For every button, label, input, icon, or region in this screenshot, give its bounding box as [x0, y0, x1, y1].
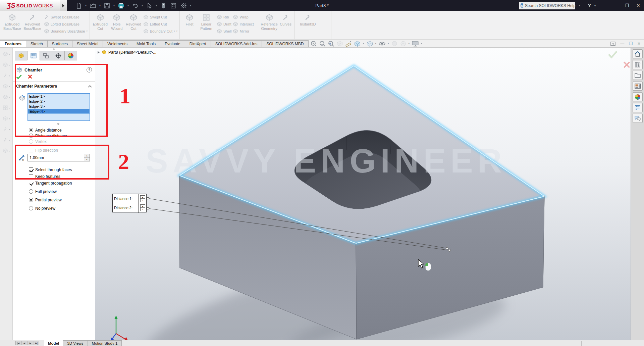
search-caret[interactable]: ▾	[579, 4, 580, 7]
revolved-cut-button[interactable]: Revolved Cut	[125, 12, 142, 31]
boundary-cut-button[interactable]: Boundary Cut▾▾	[143, 28, 177, 34]
minimize-button[interactable]: —	[610, 0, 621, 11]
collapse-chevron-icon[interactable]	[88, 85, 92, 88]
tab-evaluate[interactable]: Evaluate	[160, 40, 185, 47]
undo-caret[interactable]: ▾	[142, 4, 143, 7]
restore-button[interactable]: ❐	[621, 0, 633, 11]
open-button[interactable]	[89, 2, 97, 10]
left-tool-button[interactable]: ▾	[1, 114, 12, 123]
apply-scene-icon[interactable]	[400, 40, 407, 47]
doc-close-button[interactable]: ✕	[637, 41, 641, 46]
edge-list-item[interactable]: Edge<2>	[28, 99, 90, 104]
wrap-button[interactable]: Wrap	[233, 14, 254, 20]
edge-list-item[interactable]: Edge<3>	[28, 104, 90, 109]
graphics-viewport[interactable]: SAVVY ENGINEER	[95, 48, 631, 340]
confirmation-cancel-icon[interactable]: ✕	[623, 59, 631, 71]
edge-list-item[interactable]: Edge<1>	[28, 94, 90, 99]
left-tool-button[interactable]: ▾	[1, 93, 12, 101]
save-caret[interactable]: ▾	[113, 4, 115, 7]
radio-full-preview[interactable]: Full preview	[29, 189, 57, 194]
intersect-button[interactable]: Intersect	[233, 21, 254, 27]
left-tool-button[interactable]: ▾	[1, 60, 12, 69]
tab-mold-tools[interactable]: Mold Tools	[132, 40, 160, 47]
boundary-cut-caret2[interactable]: ▾	[176, 30, 177, 33]
display-style-caret[interactable]: ▾	[375, 42, 377, 45]
tab-propertymanager[interactable]	[27, 51, 40, 60]
tab-dimxpertmanager[interactable]	[52, 51, 65, 60]
ok-check-button[interactable]	[16, 75, 22, 79]
shell-button[interactable]: Shell	[217, 28, 231, 34]
radio-partial-preview[interactable]: Partial preview	[29, 197, 62, 202]
doc-minimize-button[interactable]: —	[620, 41, 624, 46]
linear-pattern-button[interactable]: Linear Pattern	[198, 12, 215, 31]
tab-sheet-metal[interactable]: Sheet Metal	[72, 40, 103, 47]
sheet-nav-buttons[interactable]: |◀◀▶▶|	[15, 341, 39, 345]
settings-button[interactable]	[179, 2, 188, 10]
chamfer-parameters-section[interactable]: Chamfer Parameters	[16, 84, 92, 89]
checkbox-tangent-propagation[interactable]: Tangent propagation	[29, 181, 72, 186]
undo-button[interactable]	[131, 2, 140, 10]
file-explorer-button[interactable]	[633, 71, 643, 80]
extruded-boss-base-button[interactable]: Extruded Boss/Base	[2, 12, 22, 31]
menu-expand-arrow[interactable]	[60, 0, 67, 11]
zoom-to-fit-icon[interactable]	[310, 40, 317, 47]
tab-features[interactable]: Features	[0, 40, 26, 47]
boundary-cut-caret[interactable]: ▾	[174, 30, 175, 33]
hole-wizard-button[interactable]: Hole Wizard	[109, 12, 125, 31]
settings-caret[interactable]: ▾	[190, 4, 191, 7]
custom-properties-button[interactable]	[633, 103, 643, 112]
select-caret[interactable]: ▾	[156, 4, 157, 7]
panel-help-button[interactable]: ?	[87, 67, 92, 72]
lofted-cut-button[interactable]: Lofted Cut	[143, 21, 177, 27]
confirmation-check-icon[interactable]	[608, 50, 618, 58]
swept-cut-button[interactable]: Swept Cut	[143, 14, 177, 20]
boundary-boss-caret[interactable]: ▾	[86, 30, 88, 33]
help-search-box[interactable]: ? Search SOLIDWORKS Help ▾	[519, 2, 575, 9]
new-document-button[interactable]	[74, 2, 83, 10]
save-button[interactable]	[103, 2, 111, 10]
print-button[interactable]	[117, 2, 125, 10]
draft-button[interactable]: Draft	[217, 21, 231, 27]
mirror-button[interactable]: Mirror	[233, 28, 254, 34]
zoom-to-area-icon[interactable]	[319, 40, 326, 47]
display-style-icon[interactable]	[366, 40, 373, 47]
list-resize-handle[interactable]	[57, 123, 59, 125]
open-caret[interactable]: ▾	[99, 4, 101, 7]
edge-selection-list[interactable]: Edge<1> Edge<2> Edge<3> Edge<4>	[28, 93, 90, 121]
section-view-icon[interactable]	[336, 40, 343, 47]
swept-boss-base-button[interactable]: Swept Boss/Base	[44, 14, 88, 20]
left-tool-button[interactable]: ▾	[1, 125, 12, 134]
design-library-button[interactable]	[633, 60, 643, 69]
chamfer-distance-callout[interactable]: Distance 1: ▲▼ Distance 2: ▲▼	[112, 194, 147, 212]
boundary-boss-base-button[interactable]: Boundary Boss/Base▾	[44, 28, 88, 34]
expand-arrow-icon[interactable]	[97, 51, 100, 54]
tab-surfaces[interactable]: Surfaces	[47, 40, 72, 47]
tab-solidworks-add-ins[interactable]: SOLIDWORKS Add-Ins	[211, 40, 262, 47]
extruded-cut-button[interactable]: Extruded Cut	[92, 12, 108, 31]
scene-caret[interactable]: ▾	[409, 42, 410, 45]
left-tool-button[interactable]: ▾	[1, 50, 12, 58]
rib-button[interactable]: Rib	[217, 14, 231, 20]
view-orientation-icon[interactable]	[354, 40, 361, 47]
fillet-button[interactable]: Fillet	[182, 12, 197, 27]
close-button[interactable]: ✕	[633, 0, 644, 11]
left-tool-button[interactable]: ▾	[1, 146, 12, 155]
radio-no-preview[interactable]: No preview	[29, 206, 55, 211]
lofted-boss-base-button[interactable]: Lofted Boss/Base	[44, 21, 88, 27]
instant3d-button[interactable]: Instant3D	[297, 12, 319, 27]
cancel-x-button[interactable]	[28, 75, 32, 79]
checkbox-keep-features[interactable]: Keep features	[29, 174, 60, 179]
help-button[interactable]: ?	[588, 2, 591, 8]
tab-model[interactable]: Model	[44, 340, 63, 346]
radio-angle-distance[interactable]: Angle distance	[29, 128, 62, 133]
edge-list-item-selected[interactable]: Edge<4>	[28, 109, 90, 114]
forum-button[interactable]	[633, 114, 643, 123]
tab-displaymanager[interactable]	[64, 51, 77, 60]
hide-show-items-icon[interactable]	[378, 40, 386, 47]
distance-value-input[interactable]: 1.00mm ▲▼	[28, 154, 90, 161]
measure-icon[interactable]	[345, 40, 352, 47]
distance1-spinner[interactable]: ▲▼	[140, 195, 145, 202]
tab-solidworks-mbd[interactable]: SOLIDWORKS MBD	[262, 40, 308, 47]
home-tab-button[interactable]	[633, 49, 643, 58]
options-list-button[interactable]	[169, 2, 178, 10]
